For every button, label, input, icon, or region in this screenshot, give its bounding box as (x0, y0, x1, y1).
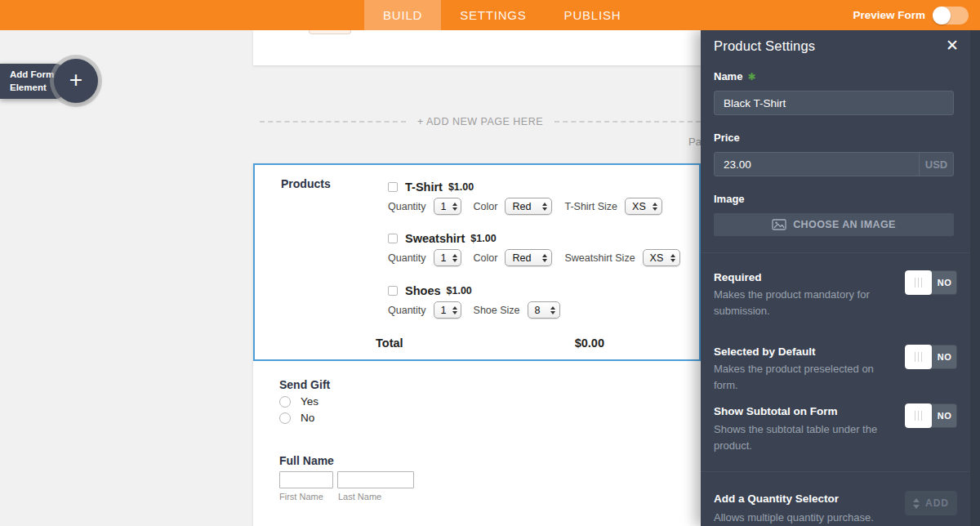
add-form-element-label: Add FormElement (10, 69, 54, 94)
section-divider (701, 252, 980, 253)
product-options-row: Quantity 1 Shoe Size 8 (388, 301, 572, 319)
send-gift-label: Send Gift (279, 378, 330, 391)
currency-suffix: USD (919, 153, 953, 176)
name-field (714, 91, 954, 115)
option-label: T-Shirt Size (564, 201, 617, 212)
products-question-label: Products (281, 177, 331, 190)
required-toggle[interactable]: NO (905, 270, 957, 295)
option-label: Quantity (388, 252, 426, 264)
form-canvas: + ADD NEW PAGE HERE Pa Products T-Shirt … (0, 30, 701, 526)
send-gift-option-no[interactable]: No (279, 412, 314, 424)
required-description: Makes the product mandatory for submissi… (714, 287, 900, 319)
option-label: Color (474, 252, 498, 264)
dashed-divider (555, 121, 701, 123)
add-quantity-button[interactable]: ADD (905, 491, 957, 515)
toggle-state: NO (932, 403, 957, 428)
panel-title: Product Settings (714, 38, 815, 54)
select-arrows-icon (542, 254, 547, 262)
show-subtotal-description: Shows the subtotal table under the produ… (714, 421, 900, 454)
add-quantity-selector-description: Allows multiple quantity purchase. (714, 510, 900, 526)
product-name: T-Shirt (405, 181, 443, 194)
product-row: T-Shirt $1.00 (388, 181, 474, 194)
first-name-input[interactable] (279, 471, 333, 488)
product-checkbox[interactable] (388, 286, 398, 296)
first-name-sublabel: First Name (279, 492, 323, 501)
product-price: $1.00 (447, 285, 472, 296)
select-arrows-icon (452, 254, 457, 262)
tab-settings[interactable]: SETTINGS (441, 0, 545, 30)
product-settings-panel: Product Settings ✕ Name✱ Price USD Image… (701, 30, 980, 526)
total-row: Total $0.00 (376, 337, 604, 350)
last-name-input[interactable] (337, 471, 414, 488)
size-select[interactable]: XS (625, 198, 662, 215)
name-input[interactable] (715, 97, 953, 109)
toggle-knob (905, 345, 932, 369)
select-arrows-icon (452, 306, 457, 314)
product-checkbox[interactable] (388, 234, 398, 243)
quantity-select[interactable]: 1 (434, 301, 461, 319)
toggle-knob (905, 403, 932, 428)
radio-icon (279, 396, 291, 408)
add-quantity-selector-label: Add a Quantity Selector (714, 493, 839, 505)
total-label: Total (376, 337, 403, 350)
product-options-row: Quantity 1 Color Red T-Shirt Size XS (388, 198, 675, 215)
builder-tabs: BUILD SETTINGS PUBLISH (364, 0, 639, 30)
plus-icon: + (69, 69, 82, 91)
total-value: $0.00 (575, 337, 604, 350)
form-page-card: Products T-Shirt $1.00 Quantity 1 Color … (253, 163, 701, 526)
add-new-page-button[interactable]: + ADD NEW PAGE HERE (260, 111, 701, 132)
radio-label: Yes (301, 395, 318, 408)
selected-by-default-toggle[interactable]: NO (905, 345, 957, 369)
send-gift-option-yes[interactable]: Yes (279, 395, 318, 408)
tab-build[interactable]: BUILD (364, 0, 441, 30)
quantity-sort-icon (913, 498, 920, 509)
product-price: $1.00 (470, 233, 496, 244)
selected-by-default-label: Selected by Default (714, 345, 816, 358)
product-row: Sweatshirt $1.00 (388, 232, 497, 245)
size-select[interactable]: 8 (528, 301, 560, 319)
quantity-select[interactable]: 1 (434, 249, 461, 266)
previous-page-element (309, 30, 351, 34)
toggle-state: NO (932, 270, 957, 295)
radio-label: No (301, 412, 314, 424)
dashed-divider (260, 121, 406, 123)
option-label: Quantity (388, 305, 426, 316)
add-new-page-label: + ADD NEW PAGE HERE (417, 116, 543, 127)
required-label: Required (714, 271, 762, 283)
last-name-sublabel: Last Name (338, 492, 381, 501)
option-label: Sweatshirt Size (564, 252, 635, 264)
quantity-select[interactable]: 1 (434, 198, 461, 215)
preview-form-control: Preview Form (853, 0, 969, 30)
image-field-label: Image (714, 193, 745, 205)
image-icon (772, 219, 786, 230)
products-element[interactable]: Products T-Shirt $1.00 Quantity 1 Color … (253, 163, 701, 361)
price-field-label: Price (714, 132, 740, 144)
select-arrows-icon (542, 203, 547, 211)
product-checkbox[interactable] (388, 182, 398, 192)
option-label: Quantity (388, 201, 426, 212)
panel-scrollbar[interactable] (970, 30, 980, 526)
toggle-state: NO (932, 345, 957, 369)
select-arrows-icon (550, 306, 555, 314)
name-field-label: Name✱ (714, 70, 755, 82)
preview-form-toggle[interactable] (933, 7, 969, 25)
size-select[interactable]: XS (643, 249, 680, 266)
product-price: $1.00 (448, 181, 474, 193)
select-arrows-icon (452, 203, 457, 211)
close-icon[interactable]: ✕ (946, 38, 959, 53)
section-divider (701, 471, 980, 472)
color-select[interactable]: Red (505, 198, 552, 215)
option-label: Color (474, 201, 498, 212)
required-asterisk-icon: ✱ (747, 71, 755, 82)
choose-image-button[interactable]: CHOOSE AN IMAGE (714, 213, 954, 236)
show-subtotal-toggle[interactable]: NO (905, 403, 957, 428)
add-form-element-plus-button[interactable]: + (54, 59, 98, 103)
color-select[interactable]: Red (505, 249, 552, 266)
price-input[interactable] (715, 158, 919, 171)
product-options-row: Quantity 1 Color Red Sweatshirt Size XS (388, 249, 693, 266)
full-name-label: Full Name (279, 454, 334, 467)
product-name: Shoes (405, 284, 441, 297)
tab-publish[interactable]: PUBLISH (546, 0, 640, 30)
toggle-knob (905, 270, 932, 295)
product-name: Sweatshirt (405, 232, 465, 245)
